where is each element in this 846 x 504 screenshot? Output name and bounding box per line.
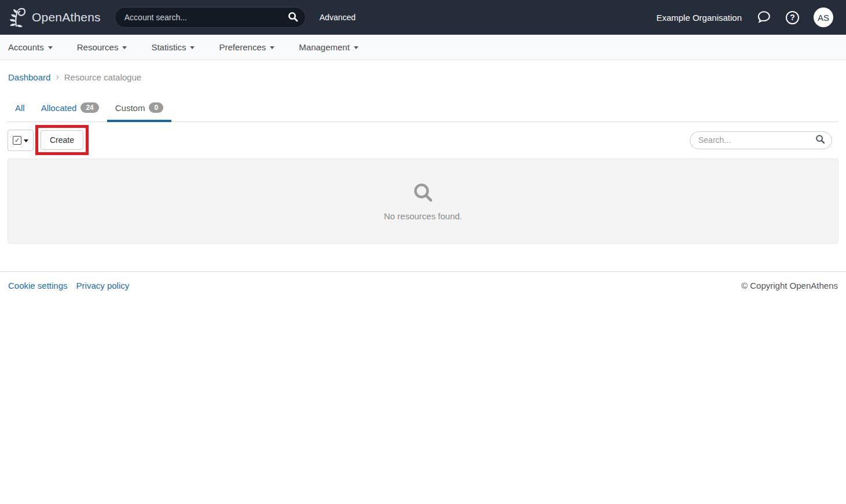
catalogue-toolbar: ✓ Create <box>8 125 832 155</box>
account-search-input[interactable] <box>124 13 284 22</box>
bulk-select-dropdown-button[interactable]: ✓ <box>8 130 34 151</box>
page-footer: Cookie settings Privacy policy © Copyrig… <box>0 271 846 299</box>
caret-down-icon <box>48 46 53 49</box>
resource-search-input[interactable] <box>698 135 815 145</box>
empty-message: No resources found. <box>384 211 462 221</box>
main-nav: Accounts Resources Statistics Preference… <box>0 35 846 60</box>
search-empty-icon <box>412 182 435 207</box>
caret-down-icon <box>270 46 274 49</box>
nav-item-management[interactable]: Management <box>299 42 358 52</box>
tab-label: Custom <box>115 103 145 113</box>
nav-item-preferences[interactable]: Preferences <box>219 42 274 52</box>
cookie-settings-link[interactable]: Cookie settings <box>8 281 68 290</box>
nav-item-statistics[interactable]: Statistics <box>151 42 195 52</box>
help-button[interactable]: ? <box>786 11 799 24</box>
resource-search-box <box>690 131 832 149</box>
empty-results-panel: No resources found. <box>8 159 838 244</box>
tab-label: All <box>15 103 25 113</box>
tab-all[interactable]: All <box>7 97 33 122</box>
advanced-search-link[interactable]: Advanced <box>320 13 356 22</box>
search-icon[interactable] <box>815 134 825 146</box>
breadcrumb-current: Resource catalogue <box>64 72 141 82</box>
user-avatar[interactable]: AS <box>814 8 833 27</box>
tab-label: Allocated <box>41 103 77 113</box>
breadcrumb: Dashboard › Resource catalogue <box>0 60 846 94</box>
caret-down-icon <box>190 46 195 49</box>
feedback-button[interactable] <box>756 9 771 26</box>
annotation-highlight: Create <box>35 125 89 155</box>
search-icon <box>288 12 298 24</box>
nav-item-accounts[interactable]: Accounts <box>8 42 53 52</box>
tab-custom[interactable]: Custom 0 <box>107 97 171 122</box>
brand-wordmark: OpenAthens <box>32 10 101 24</box>
top-bar: OpenAthens Advanced Example Organisation… <box>0 0 846 35</box>
chat-bubble-icon <box>756 9 771 26</box>
caret-down-icon <box>24 139 28 142</box>
top-bar-right: Example Organisation ? AS <box>656 8 833 27</box>
nav-item-label: Preferences <box>219 42 266 52</box>
copyright-text: © Copyright OpenAthens <box>741 281 838 290</box>
caret-down-icon <box>354 46 358 49</box>
openathens-logo-icon <box>7 5 28 30</box>
checkbox-checked-icon: ✓ <box>13 136 21 145</box>
nav-item-label: Statistics <box>151 42 186 52</box>
resource-tabs: All Allocated 24 Custom 0 <box>7 97 838 122</box>
organisation-name: Example Organisation <box>656 13 742 23</box>
tab-count-badge: 0 <box>149 102 163 113</box>
breadcrumb-separator-icon: › <box>56 72 58 82</box>
account-search-submit-button[interactable] <box>284 9 302 26</box>
nav-item-label: Accounts <box>8 42 44 52</box>
nav-item-resources[interactable]: Resources <box>77 42 127 52</box>
tab-count-badge: 24 <box>80 102 98 113</box>
caret-down-icon <box>122 46 127 49</box>
nav-item-label: Management <box>299 42 350 52</box>
tab-allocated[interactable]: Allocated 24 <box>33 97 107 122</box>
privacy-policy-link[interactable]: Privacy policy <box>76 281 130 290</box>
account-search-box <box>115 7 306 28</box>
breadcrumb-dashboard-link[interactable]: Dashboard <box>8 72 50 82</box>
help-icon: ? <box>786 11 799 24</box>
create-button[interactable]: Create <box>41 130 83 150</box>
openathens-logo[interactable]: OpenAthens <box>7 5 101 30</box>
nav-item-label: Resources <box>77 42 119 52</box>
